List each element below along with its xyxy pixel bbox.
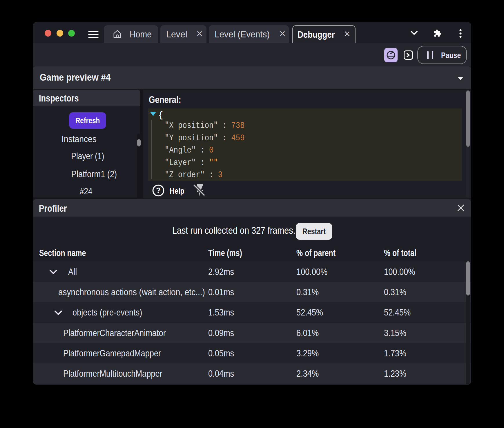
svg-text:?: ?	[156, 186, 161, 195]
